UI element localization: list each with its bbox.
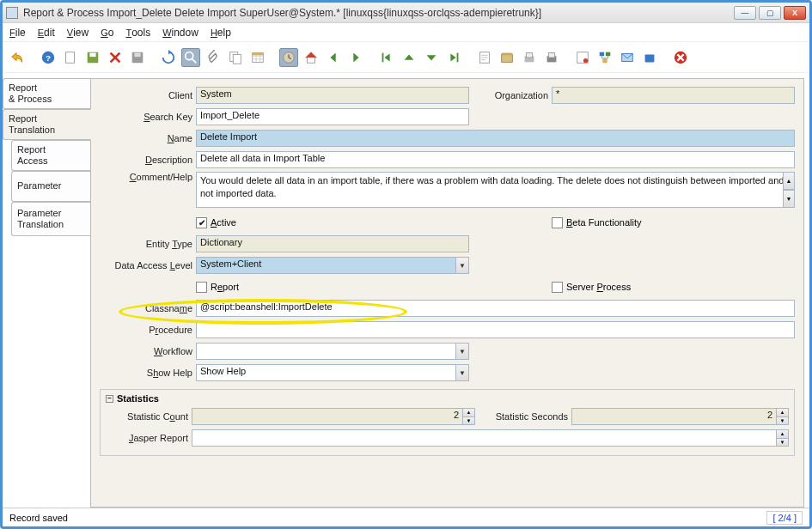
menu-window[interactable]: Window: [162, 27, 198, 39]
classname-field[interactable]: @script:beanshell:ImportDelete: [196, 300, 795, 317]
statistics-section: − Statistics Statistic Count 2 ▲▼ Statis…: [100, 389, 795, 456]
find-icon[interactable]: [181, 48, 200, 67]
undo-icon[interactable]: [8, 48, 27, 67]
jasper-field[interactable]: [192, 429, 777, 447]
showhelp-field[interactable]: Show Help: [196, 364, 455, 381]
workflow-dropdown-icon[interactable]: ▼: [455, 343, 469, 360]
statcount-field[interactable]: 2: [192, 408, 463, 425]
first-icon[interactable]: [377, 48, 396, 67]
menu-edit[interactable]: Edit: [38, 27, 55, 39]
statusbar: Record saved [ 2/4 ]: [3, 508, 809, 526]
active-label: Active: [211, 217, 236, 228]
tab-report-process[interactable]: Report & Process: [3, 78, 90, 109]
menu-view[interactable]: View: [67, 27, 89, 39]
svg-rect-25: [606, 52, 610, 55]
svg-rect-17: [502, 52, 513, 55]
grid-icon[interactable]: [248, 48, 267, 67]
workflow-icon[interactable]: [595, 48, 614, 67]
statseconds-spinner[interactable]: ▲▼: [777, 408, 789, 425]
print-preview-icon[interactable]: [520, 48, 539, 67]
report-icon[interactable]: [475, 48, 494, 67]
workflow-field[interactable]: [196, 343, 455, 360]
svg-rect-26: [602, 58, 607, 63]
app-icon: [6, 7, 18, 19]
statcount-label: Statistic Count: [106, 411, 192, 422]
beta-checkbox[interactable]: [552, 217, 563, 228]
entitytype-label: Entity Type: [100, 239, 196, 249]
comment-label: Comment/Help: [100, 172, 196, 182]
zoom-across-icon[interactable]: [573, 48, 592, 67]
procedure-label: Procedure: [100, 325, 196, 335]
print-icon[interactable]: [542, 48, 561, 67]
serverprocess-checkbox[interactable]: [552, 282, 563, 293]
twisty-icon[interactable]: −: [106, 395, 113, 403]
status-message: Record saved: [9, 513, 68, 523]
refresh-icon[interactable]: [159, 48, 178, 67]
svg-rect-4: [89, 52, 95, 57]
comment-field[interactable]: You would delete all data in an import t…: [196, 172, 795, 208]
save-disk-icon[interactable]: [128, 48, 147, 67]
up-icon[interactable]: [400, 48, 418, 67]
statseconds-field[interactable]: 2: [571, 408, 777, 425]
save-icon[interactable]: [83, 48, 102, 67]
maximize-button[interactable]: ▢: [759, 6, 781, 20]
last-icon[interactable]: [444, 48, 463, 67]
minimize-button[interactable]: —: [734, 6, 756, 20]
dal-field[interactable]: System+Client: [196, 257, 455, 274]
dal-dropdown-icon[interactable]: ▼: [455, 257, 469, 274]
searchkey-field[interactable]: Import_Delete: [196, 108, 469, 125]
name-field[interactable]: Delete Import: [196, 130, 795, 147]
menu-tools[interactable]: Tools: [125, 27, 150, 39]
showhelp-dropdown-icon[interactable]: ▼: [455, 364, 469, 381]
statseconds-label: Statistic Seconds: [475, 411, 571, 422]
titlebar: Report & Process Import_Delete Delete Im…: [3, 3, 809, 23]
close-button[interactable]: X: [784, 6, 806, 20]
down-icon[interactable]: [422, 48, 441, 67]
record-position[interactable]: [ 2/4 ]: [766, 511, 803, 525]
tab-parameter-translation[interactable]: Parameter Translation: [11, 202, 90, 236]
menu-file[interactable]: File: [9, 27, 26, 39]
menu-go[interactable]: Go: [101, 27, 113, 39]
client-field[interactable]: System: [196, 87, 469, 104]
help-icon[interactable]: ?: [39, 48, 58, 67]
svg-rect-6: [134, 52, 140, 57]
exit-icon[interactable]: [671, 48, 690, 67]
svg-rect-21: [548, 52, 554, 57]
forward-icon[interactable]: [346, 48, 365, 67]
toolbar: ?: [3, 42, 809, 73]
product-icon[interactable]: [640, 48, 659, 67]
delete-icon[interactable]: [106, 48, 125, 67]
jasper-spinner[interactable]: ▲▼: [777, 429, 789, 447]
archive-icon[interactable]: [498, 48, 516, 67]
statistics-title[interactable]: − Statistics: [106, 393, 789, 404]
home-icon[interactable]: [302, 48, 321, 67]
name-label: Name: [100, 133, 196, 143]
tabs: Report & Process Report Translation Repo…: [3, 73, 90, 508]
organization-field[interactable]: *: [552, 87, 795, 104]
back-icon[interactable]: [324, 48, 343, 67]
svg-rect-11: [253, 52, 264, 55]
copy-icon[interactable]: [226, 48, 245, 67]
statcount-spinner[interactable]: ▲▼: [463, 408, 475, 425]
request-icon[interactable]: [618, 48, 637, 67]
history-icon[interactable]: [279, 48, 298, 67]
window-title: Report & Process Import_Delete Delete Im…: [23, 7, 731, 19]
svg-point-23: [583, 58, 588, 62]
new-icon[interactable]: [61, 48, 80, 67]
active-checkbox[interactable]: ✔: [196, 217, 207, 228]
tab-report-translation[interactable]: Report Translation: [3, 109, 91, 140]
description-field[interactable]: Delete all data in Import Table: [196, 151, 795, 168]
organization-label: Organization: [479, 90, 552, 100]
comment-scrollbar[interactable]: ▲▼: [783, 172, 795, 208]
procedure-field[interactable]: [196, 321, 795, 338]
svg-rect-24: [600, 52, 604, 55]
tab-parameter[interactable]: Parameter: [11, 171, 90, 202]
jasper-label: Jasper Report: [106, 433, 192, 443]
entitytype-field[interactable]: Dictionary: [196, 235, 469, 252]
report-checkbox[interactable]: [196, 282, 207, 293]
searchkey-label: Search Key: [100, 112, 196, 122]
tab-report-access[interactable]: Report Access: [11, 140, 90, 171]
attachment-icon[interactable]: [204, 48, 223, 67]
serverprocess-label: Server Process: [566, 282, 631, 292]
menu-help[interactable]: Help: [211, 27, 231, 39]
